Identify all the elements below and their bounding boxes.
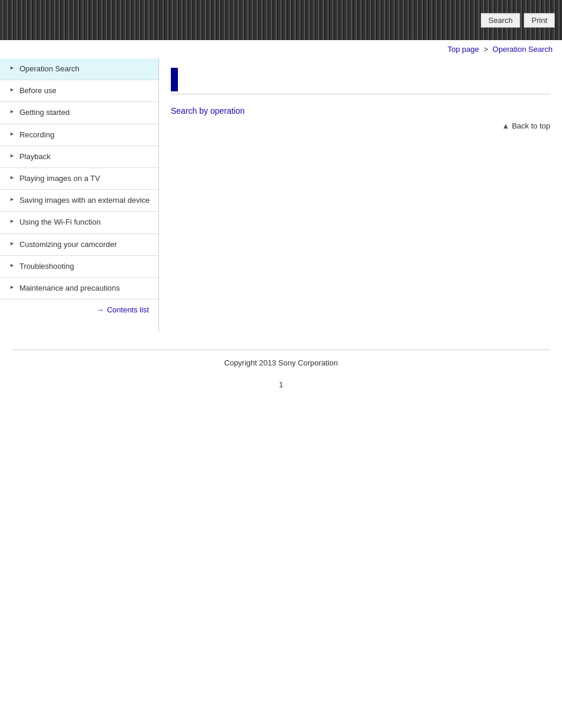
arrow-icon: ► xyxy=(9,65,15,71)
contents-list-link[interactable]: → Contents list xyxy=(0,299,158,320)
breadcrumb-separator: > xyxy=(484,45,488,54)
breadcrumb-current: Operation Search xyxy=(492,45,553,54)
sidebar-item-troubleshooting[interactable]: ► Troubleshooting xyxy=(0,256,158,278)
breadcrumb: Top page > Operation Search xyxy=(0,40,562,58)
arrow-icon: ► xyxy=(9,241,15,246)
arrow-icon: ► xyxy=(9,87,15,93)
search-by-operation-link[interactable]: Search by operation xyxy=(171,106,550,116)
sidebar-item-wifi-function[interactable]: ► Using the Wi-Fi function xyxy=(0,212,158,233)
page-number: 1 xyxy=(0,374,562,401)
sidebar-item-label: Playing images on a TV xyxy=(19,173,100,184)
back-to-top-label: Back to top xyxy=(512,121,550,130)
sidebar-item-label: Operation Search xyxy=(19,64,80,74)
breadcrumb-top-link[interactable]: Top page xyxy=(448,45,480,54)
search-button[interactable]: Search xyxy=(481,13,520,28)
sidebar-item-maintenance[interactable]: ► Maintenance and precautions xyxy=(0,278,158,299)
sidebar: ► Operation Search ► Before use ► Gettin… xyxy=(0,58,159,332)
arrow-icon: ► xyxy=(9,196,15,202)
sidebar-item-label: Using the Wi-Fi function xyxy=(19,217,101,228)
sidebar-item-playing-images-on-tv[interactable]: ► Playing images on a TV xyxy=(0,168,158,190)
sidebar-item-recording[interactable]: ► Recording xyxy=(0,124,158,146)
main-layout: ► Operation Search ► Before use ► Gettin… xyxy=(0,58,562,332)
contents-list-label: Contents list xyxy=(107,305,149,314)
arrow-icon: ► xyxy=(9,262,15,268)
sidebar-item-getting-started[interactable]: ► Getting started xyxy=(0,102,158,124)
sidebar-item-label: Saving images with an external device xyxy=(19,195,150,206)
sidebar-item-label: Before use xyxy=(19,85,57,96)
back-to-top-row: ▲Back to top xyxy=(171,121,550,130)
sidebar-item-saving-images[interactable]: ► Saving images with an external device xyxy=(0,190,158,212)
back-to-top-link[interactable]: ▲Back to top xyxy=(502,121,550,130)
arrow-icon: ► xyxy=(9,108,15,114)
footer-divider xyxy=(12,350,550,350)
arrow-icon: ► xyxy=(9,218,15,224)
sidebar-item-playback[interactable]: ► Playback xyxy=(0,146,158,168)
footer-copyright: Copyright 2013 Sony Corporation xyxy=(0,355,562,374)
arrow-right-icon: → xyxy=(96,305,104,314)
sidebar-item-label: Customizing your camcorder xyxy=(19,239,117,250)
arrow-icon: ► xyxy=(9,174,15,180)
sidebar-item-label: Recording xyxy=(19,130,54,140)
sidebar-item-customizing-camcorder[interactable]: ► Customizing your camcorder xyxy=(0,234,158,256)
sidebar-item-label: Playback xyxy=(19,151,51,162)
sidebar-item-before-use[interactable]: ► Before use xyxy=(0,80,158,102)
arrow-icon: ► xyxy=(9,131,15,137)
sidebar-item-operation-search[interactable]: ► Operation Search xyxy=(0,58,158,80)
sidebar-item-label: Maintenance and precautions xyxy=(19,283,120,294)
print-button[interactable]: Print xyxy=(524,13,555,28)
content-divider xyxy=(171,94,550,94)
blue-bar-decoration xyxy=(171,68,178,91)
sidebar-item-label: Getting started xyxy=(19,107,70,118)
triangle-icon: ▲ xyxy=(502,121,510,130)
sidebar-item-label: Troubleshooting xyxy=(19,261,74,272)
content-area: Search by operation ▲Back to top xyxy=(159,58,562,154)
arrow-icon: ► xyxy=(9,284,15,290)
header: Search Print xyxy=(0,0,562,40)
arrow-icon: ► xyxy=(9,153,15,159)
